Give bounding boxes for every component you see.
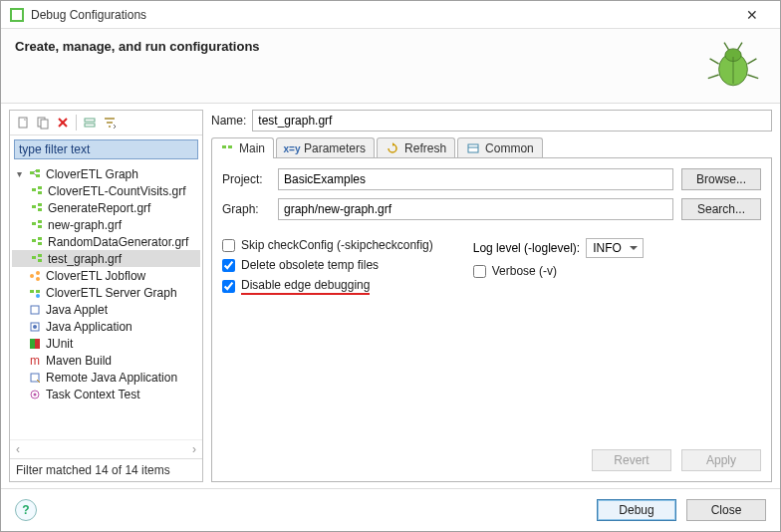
new-config-icon[interactable] [14, 114, 32, 132]
name-input[interactable] [252, 110, 772, 132]
header-area: Create, manage, and run configurations [1, 29, 780, 104]
tree-group[interactable]: Java Application [12, 318, 200, 335]
app-icon [9, 7, 25, 23]
tree-label: RandomDataGenerator.grf [48, 235, 188, 249]
tabs: Main x=yParameters Refresh Common [211, 137, 772, 158]
filter-menu-icon[interactable] [101, 114, 119, 132]
disable-edge-debug-checkbox[interactable]: Disable edge debugging [222, 278, 433, 295]
tree-label: Java Application [46, 320, 132, 334]
tree-label: CloverETL Server Graph [46, 286, 177, 300]
tab-label: Common [485, 141, 534, 155]
tree-label: new-graph.grf [48, 218, 122, 232]
svg-line-20 [34, 170, 36, 172]
svg-rect-10 [19, 118, 27, 128]
close-button[interactable]: Close [686, 499, 766, 521]
svg-point-42 [36, 294, 40, 298]
tree-group[interactable]: CloverETL Server Graph [12, 284, 200, 301]
tree-group-cloveretl-graph[interactable]: ▾CloverETL Graph [12, 165, 200, 182]
delete-temp-checkbox[interactable]: Delete obsolete temp files [222, 258, 433, 272]
tree-label: JUnit [46, 337, 73, 351]
svg-rect-35 [38, 254, 42, 257]
verbose-checkbox[interactable]: Verbose (-v) [473, 264, 644, 278]
graph-label: Graph: [222, 202, 270, 216]
left-pane: type filter text ▾CloverETL Graph Clover… [9, 110, 203, 482]
svg-rect-25 [32, 205, 36, 208]
tree-group[interactable]: mMaven Build [12, 352, 200, 369]
select-value: INFO [593, 241, 622, 255]
tab-common[interactable]: Common [457, 137, 543, 158]
toolbar-separator [76, 115, 77, 131]
loglevel-select[interactable]: INFO [586, 238, 644, 258]
svg-line-9 [738, 43, 743, 50]
tab-label: Parameters [304, 141, 366, 155]
junit-icon [28, 337, 42, 351]
refresh-tab-icon [386, 141, 399, 155]
window-close-button[interactable]: ✕ [732, 7, 772, 23]
common-tab-icon [466, 141, 480, 155]
tree-label: test_graph.grf [48, 252, 122, 266]
checkbox-label: Verbose (-v) [492, 264, 557, 278]
loglevel-row: Log level (-loglevel): INFO [473, 238, 644, 258]
collapse-all-icon[interactable] [81, 114, 99, 132]
duplicate-config-icon[interactable] [34, 114, 52, 132]
checkbox-label: Skip checkConfig (-skipcheckconfig) [241, 238, 433, 252]
panel-footer: Revert Apply [222, 439, 761, 471]
revert-button[interactable]: Revert [592, 449, 671, 471]
options-area: Skip checkConfig (-skipcheckconfig) Dele… [222, 238, 761, 295]
svg-rect-40 [30, 290, 34, 293]
svg-line-7 [747, 75, 758, 79]
tab-parameters[interactable]: x=yParameters [276, 137, 375, 158]
tree-group[interactable]: Task Context Test [12, 386, 200, 402]
skip-check-checkbox[interactable]: Skip checkConfig (-skipcheckconfig) [222, 238, 433, 252]
window-title: Debug Configurations [31, 8, 732, 22]
tree-label: CloverETL Jobflow [46, 269, 145, 283]
delete-config-icon[interactable] [54, 114, 72, 132]
name-label: Name: [211, 114, 246, 128]
tree-group[interactable]: JUnit [12, 335, 200, 352]
name-row: Name: [211, 110, 772, 132]
svg-rect-46 [30, 339, 35, 349]
tree-group[interactable]: CloverETL Jobflow [12, 267, 200, 284]
tree-item[interactable]: RandomDataGenerator.grf [12, 233, 200, 250]
project-input[interactable] [278, 168, 673, 190]
tree-item[interactable]: new-graph.grf [12, 216, 200, 233]
browse-button[interactable]: Browse... [681, 168, 761, 190]
tree-item-selected[interactable]: test_graph.grf [12, 250, 200, 267]
main-panel: Project: Browse... Graph: Search... Skip… [211, 157, 772, 482]
dialog-footer: ? Debug Close [1, 488, 780, 531]
graph-input[interactable] [278, 198, 673, 220]
apply-button[interactable]: Apply [681, 449, 761, 471]
tree-label: Maven Build [46, 354, 112, 368]
title-bar: Debug Configurations ✕ [1, 1, 780, 29]
project-row: Project: Browse... [222, 168, 761, 190]
tree-item[interactable]: GenerateReport.grf [12, 199, 200, 216]
svg-rect-16 [85, 124, 95, 127]
page-title: Create, manage, and run configurations [15, 39, 260, 54]
svg-point-51 [34, 393, 37, 396]
tab-main[interactable]: Main [211, 137, 274, 158]
graph-icon [30, 252, 44, 266]
tree-label: GenerateReport.grf [48, 201, 150, 215]
tree-group[interactable]: Remote Java Application [12, 369, 200, 386]
project-label: Project: [222, 172, 270, 186]
tree-item[interactable]: CloverETL-CountVisits.grf [12, 182, 200, 199]
svg-line-5 [747, 59, 756, 64]
search-button[interactable]: Search... [681, 198, 761, 220]
filter-input[interactable]: type filter text [14, 139, 198, 159]
java-app-icon [28, 320, 42, 334]
help-icon[interactable]: ? [15, 499, 37, 521]
svg-text:m: m [30, 355, 40, 367]
jobflow-icon [28, 269, 42, 283]
horizontal-scrollbar[interactable]: ‹› [10, 439, 202, 458]
debug-button[interactable]: Debug [597, 499, 676, 521]
svg-rect-0 [11, 9, 23, 21]
config-tree[interactable]: ▾CloverETL Graph CloverETL-CountVisits.g… [10, 163, 202, 439]
svg-rect-41 [36, 290, 40, 293]
remote-java-icon [28, 371, 42, 385]
tab-refresh[interactable]: Refresh [377, 137, 455, 158]
tree-group[interactable]: Java Applet [12, 301, 200, 318]
svg-rect-30 [38, 225, 42, 228]
svg-rect-52 [222, 145, 226, 148]
svg-point-39 [36, 277, 40, 281]
svg-rect-32 [38, 237, 42, 240]
